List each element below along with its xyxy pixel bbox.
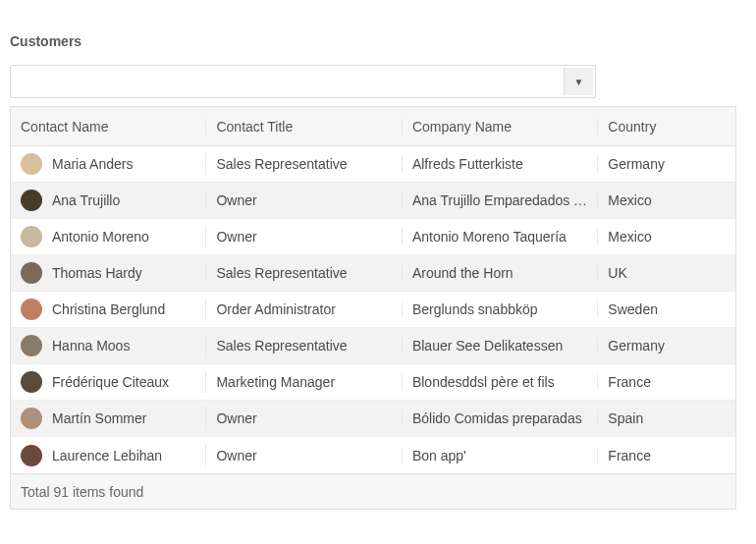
contact-name-text: Antonio Moreno xyxy=(52,229,149,245)
table-row[interactable]: Antonio MorenoOwnerAntonio Moreno Taquer… xyxy=(11,219,735,255)
cell-contact-title: Sales Representative xyxy=(206,338,402,354)
cell-contact-title: Sales Representative xyxy=(206,265,402,281)
cell-country: France xyxy=(598,448,735,463)
avatar xyxy=(21,445,42,466)
cell-contact-name: Antonio Moreno xyxy=(11,226,206,247)
cell-country: Germany xyxy=(598,156,735,172)
cell-company-name: Bon app' xyxy=(403,448,598,463)
cell-country: Spain xyxy=(598,410,735,426)
page-title: Customers xyxy=(10,33,746,49)
table-row[interactable]: Ana TrujilloOwnerAna Trujillo Emparedado… xyxy=(11,183,735,219)
cell-contact-name: Laurence Lebihan xyxy=(11,445,206,466)
cell-country: Mexico xyxy=(598,229,735,245)
chevron-down-icon: ▼ xyxy=(574,77,584,87)
cell-contact-name: Ana Trujillo xyxy=(11,190,206,211)
cell-contact-name: Christina Berglund xyxy=(11,299,206,320)
dropdown-toggle-button[interactable]: ▼ xyxy=(564,68,593,95)
table-row[interactable]: Maria AndersSales RepresentativeAlfreds … xyxy=(11,146,735,183)
cell-contact-title: Marketing Manager xyxy=(206,374,402,390)
column-header-contact-name[interactable]: Contact Name xyxy=(11,119,206,135)
contact-name-text: Laurence Lebihan xyxy=(52,448,162,463)
cell-contact-title: Sales Representative xyxy=(206,156,402,172)
filter-dropdown[interactable]: ▼ xyxy=(10,65,596,98)
contact-name-text: Martín Sommer xyxy=(52,410,146,426)
contact-name-text: Christina Berglund xyxy=(52,301,165,317)
table-row[interactable]: Laurence LebihanOwnerBon app'France xyxy=(11,437,735,473)
cell-contact-title: Owner xyxy=(206,229,402,245)
avatar xyxy=(21,335,42,356)
cell-country: Mexico xyxy=(598,192,735,208)
avatar xyxy=(21,262,42,284)
avatar xyxy=(21,190,42,211)
avatar xyxy=(21,226,42,247)
cell-company-name: Alfreds Futterkiste xyxy=(403,156,598,172)
cell-contact-name: Frédérique Citeaux xyxy=(11,371,206,393)
cell-contact-name: Thomas Hardy xyxy=(11,262,206,284)
cell-contact-title: Order Administrator xyxy=(206,301,402,317)
customers-table: Contact Name Contact Title Company Name … xyxy=(10,106,736,510)
contact-name-text: Hanna Moos xyxy=(52,338,130,354)
avatar xyxy=(21,408,42,429)
cell-company-name: Around the Horn xyxy=(403,265,598,281)
avatar xyxy=(21,371,42,393)
cell-country: Germany xyxy=(598,338,735,354)
column-header-contact-title[interactable]: Contact Title xyxy=(206,119,402,135)
cell-company-name: Bólido Comidas preparadas xyxy=(403,410,598,426)
contact-name-text: Maria Anders xyxy=(52,156,133,172)
table-row[interactable]: Hanna MoosSales RepresentativeBlauer See… xyxy=(11,328,735,364)
cell-company-name: Berglunds snabbköp xyxy=(403,301,598,317)
contact-name-text: Frédérique Citeaux xyxy=(52,374,169,390)
contact-name-text: Ana Trujillo xyxy=(52,192,120,208)
cell-company-name: Antonio Moreno Taquería xyxy=(403,229,598,245)
table-footer: Total 91 items found xyxy=(11,473,735,509)
column-header-company-name[interactable]: Company Name xyxy=(403,119,598,135)
cell-company-name: Blondesddsl père et fils xyxy=(403,374,598,390)
cell-country: Sweden xyxy=(598,301,735,317)
cell-contact-name: Maria Anders xyxy=(11,153,206,175)
avatar xyxy=(21,299,42,320)
table-row[interactable]: Martín SommerOwnerBólido Comidas prepara… xyxy=(11,401,735,437)
table-row[interactable]: Christina BerglundOrder AdministratorBer… xyxy=(11,292,735,328)
table-header-row: Contact Name Contact Title Company Name … xyxy=(11,107,735,146)
avatar xyxy=(21,153,42,175)
cell-country: France xyxy=(598,374,735,390)
cell-contact-name: Hanna Moos xyxy=(11,335,206,356)
cell-contact-name: Martín Sommer xyxy=(11,408,206,429)
cell-company-name: Blauer See Delikatessen xyxy=(403,338,598,354)
cell-country: UK xyxy=(598,265,735,281)
table-row[interactable]: Frédérique CiteauxMarketing ManagerBlond… xyxy=(11,364,735,401)
cell-contact-title: Owner xyxy=(206,192,402,208)
column-header-country[interactable]: Country xyxy=(598,119,735,135)
cell-contact-title: Owner xyxy=(206,410,402,426)
cell-company-name: Ana Trujillo Emparedados y helados xyxy=(403,192,598,208)
footer-text: Total 91 items found xyxy=(21,484,143,500)
contact-name-text: Thomas Hardy xyxy=(52,265,142,281)
table-row[interactable]: Thomas HardySales RepresentativeAround t… xyxy=(11,255,735,292)
cell-contact-title: Owner xyxy=(206,448,402,463)
